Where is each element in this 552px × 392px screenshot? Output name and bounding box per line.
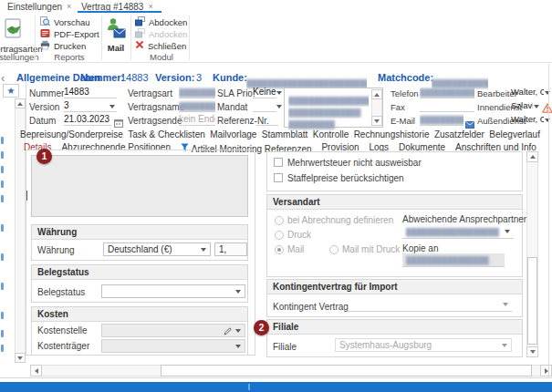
vertragsende-input[interactable]: kein Ende: [179, 114, 215, 126]
tab-stammblatt[interactable]: Stammblatt: [262, 129, 308, 141]
kostenstelle-label: Kostenstelle: [37, 325, 87, 335]
kontingent-vertrag-select[interactable]: [348, 298, 512, 312]
scroll-right-button[interactable]: [540, 365, 552, 377]
vertragsname-label: Vertragsname: [128, 102, 184, 112]
mandat-select[interactable]: [253, 100, 276, 112]
clipped-text-fragment: [1, 181, 4, 188]
chevron-down-icon[interactable]: [276, 105, 282, 108]
telefon-input[interactable]: ██████████████: [420, 87, 474, 98]
fax-input[interactable]: [420, 100, 474, 112]
innendienst-select[interactable]: Szlavik, N: [511, 100, 533, 112]
vertragsart-input[interactable]: ██████████: [179, 87, 215, 98]
staffelpreise-checkbox[interactable]: [274, 173, 283, 182]
telefon-label: Telefon: [391, 88, 419, 98]
notes-textarea[interactable]: [31, 155, 248, 217]
vertragsname-input[interactable]: ██████████: [179, 100, 215, 112]
back-chevron-icon[interactable]: ‹: [1, 71, 5, 85]
filiale-section-title: Filiale: [267, 320, 522, 335]
chevron-down-icon: [235, 345, 241, 348]
email-label: E-Mail: [391, 116, 415, 126]
tab-strip-secondary: Bepreisung/Sonderpreise Task & Checklist…: [20, 129, 540, 141]
close-tab-icon[interactable]: ×: [67, 2, 71, 11]
kopie-an-label: Kopie an: [402, 243, 438, 253]
favorite-star-icon[interactable]: ★: [3, 84, 19, 98]
sla-prio-label: SLA Prio.: [217, 88, 255, 98]
mehrwertsteuer-checkbox[interactable]: [274, 158, 283, 167]
kontingentvertrag-section-title: Kontingentvertrag für Import: [267, 280, 522, 294]
undock-icon: [135, 16, 145, 28]
pdf-export-button[interactable]: PDF-Export: [40, 28, 99, 39]
bearbeiter-select[interactable]: Walter, Olive: [511, 87, 544, 98]
taskbar-indicator: [248, 384, 250, 390]
chevron-down-icon[interactable]: [276, 91, 282, 95]
scroll-up-button[interactable]: [371, 89, 382, 99]
email-input[interactable]: ██████████████: [420, 114, 463, 126]
kostenstelle-select[interactable]: [101, 324, 245, 337]
fax-label: Fax: [391, 102, 405, 112]
kopie-an-input[interactable]: ████████████████: [402, 253, 505, 267]
abdocken-button[interactable]: Abdocken: [135, 16, 187, 27]
clipped-text-fragment: [1, 330, 4, 337]
belegstatus-select[interactable]: [101, 284, 245, 298]
mehrwertsteuer-checkbox-label: Mehrwertsteuer nicht ausweisbar: [287, 158, 422, 168]
tab-task-checklisten[interactable]: Task & Checklisten: [128, 129, 204, 141]
waehrung-factor-input[interactable]: 1,: [214, 242, 247, 256]
chevron-down-icon[interactable]: [534, 105, 539, 108]
tab-kontrolle[interactable]: Kontrolle: [313, 129, 349, 141]
tab-bepreisung-sonderpreise[interactable]: Bepreisung/Sonderpreise: [20, 129, 123, 141]
steuern-box: Mehrwertsteuer nicht ausweisbar Staffelp…: [266, 151, 523, 191]
tab-belegverlauf[interactable]: Belegverlauf: [489, 129, 540, 141]
hscroll-thumb[interactable]: [161, 365, 532, 377]
chevron-down-icon[interactable]: [109, 105, 115, 108]
scroll-left-button[interactable]: [30, 365, 42, 377]
drucken-button[interactable]: Drucken: [40, 40, 86, 51]
pdf-export-label: PDF-Export: [54, 29, 99, 39]
window-tab-einstellungen[interactable]: Einstellungen ×: [7, 1, 71, 12]
address-box[interactable]: ████████████████ ██████████████ ████████…: [284, 88, 383, 128]
mail-label: Mail: [102, 43, 130, 53]
mail-button[interactable]: Mail: [102, 16, 130, 60]
nummer-input[interactable]: 14883: [64, 87, 117, 98]
chevron-down-icon: [503, 303, 508, 306]
bei-abrechnung-radio-label: bei Abrechnung definieren: [287, 215, 393, 225]
scroll-up-button[interactable]: [526, 151, 538, 162]
abweichende-ansprechpartner-select[interactable]: ██████████████████: [402, 225, 514, 239]
drucken-label: Drucken: [54, 41, 86, 51]
sla-prio-select[interactable]: Keine: [253, 87, 276, 98]
ribbon-group-reports-label: Reports: [40, 52, 99, 62]
schliessen-button[interactable]: Schließen: [135, 40, 186, 51]
vorschau-label: Vorschau: [54, 17, 90, 27]
tab-zusatzfelder[interactable]: Zusatzfelder: [434, 129, 484, 141]
kostentraeger-select[interactable]: [101, 339, 245, 353]
tab-mailvorlage[interactable]: Mailvorlage: [210, 129, 256, 141]
close-tab-icon[interactable]: ×: [148, 2, 152, 11]
scroll-down-button[interactable]: [371, 116, 382, 126]
tab-rechnungshistorie[interactable]: Rechnungshistorie: [354, 129, 430, 141]
summary-nummer-label: Nummer:: [80, 72, 124, 83]
pencil-icon[interactable]: [224, 327, 232, 337]
clipped-text-fragment: [1, 137, 4, 144]
referenz-nr-input[interactable]: [256, 114, 278, 126]
mail-mit-druck-radio-label: Mail mit Druck: [342, 244, 400, 254]
druck-radio: [275, 231, 284, 240]
scroll-down-button[interactable]: [15, 353, 26, 363]
chevron-down-icon[interactable]: [545, 119, 550, 122]
vorschau-button[interactable]: Vorschau: [40, 16, 90, 27]
chevron-down-icon[interactable]: [545, 91, 550, 95]
rail-divider: [26, 82, 26, 129]
druck-radio-label: Druck: [287, 230, 311, 240]
scroll-up-button[interactable]: [15, 98, 26, 108]
vscroll-thumb[interactable]: [527, 257, 537, 345]
window-tab-label: Einstellungen: [7, 2, 62, 12]
aussendienst-select[interactable]: Walter, Olive: [511, 114, 544, 126]
clipped-text-fragment: [1, 312, 4, 319]
datum-input[interactable]: 21.03.2023: [64, 114, 111, 126]
address-line-redacted: █████████: [288, 114, 369, 130]
waehrung-label: Währung: [37, 245, 75, 255]
scroll-down-button[interactable]: [526, 346, 538, 357]
annotation-badge-2: 2: [254, 320, 269, 335]
andocken-label: Andocken: [149, 29, 187, 39]
waehrung-select[interactable]: Deutschland (€): [103, 242, 211, 256]
taskbar[interactable]: [0, 382, 552, 392]
clipped-text-fragment: [1, 224, 4, 232]
